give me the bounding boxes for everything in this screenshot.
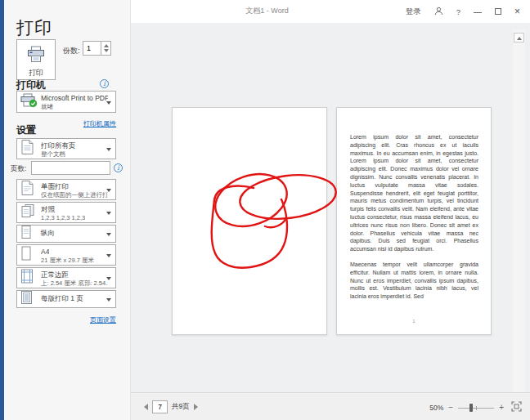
portrait-orientation-icon (20, 226, 32, 243)
orientation-dropdown[interactable]: 纵向 (16, 225, 116, 243)
zoom-in-icon[interactable]: + (499, 404, 504, 412)
chevron-down-icon (106, 189, 111, 192)
paper-size-icon (20, 246, 32, 264)
one-sided-icon (20, 181, 34, 199)
pages-label: 页数: (11, 164, 26, 174)
page-footer-mark: 1 (337, 319, 491, 324)
copies-stepper[interactable] (83, 41, 111, 56)
total-pages-label: 共9页 (172, 402, 190, 412)
next-page-icon[interactable] (194, 404, 198, 410)
stepper-up-icon[interactable] (104, 44, 109, 47)
word-print-backstage: 文档1 - Word 登录 ? × 打印 (0, 0, 530, 420)
previous-page-icon[interactable] (144, 404, 148, 410)
chevron-down-icon (106, 277, 111, 280)
settings-section-heading: 设置 (16, 123, 36, 137)
paper-size-title: A4 (41, 248, 49, 256)
close-icon[interactable]: × (514, 6, 520, 17)
pages-info-icon[interactable]: i (114, 163, 123, 172)
preview-scrollbar[interactable] (513, 29, 525, 392)
page-navigation: 共9页 (144, 400, 198, 414)
page-setup-link[interactable]: 页面设置 (90, 316, 116, 324)
copies-stepper-arrows[interactable] (101, 42, 110, 55)
arrow-up-icon (517, 37, 522, 40)
paper-size-dropdown[interactable]: A4 21 厘米 x 29.7 厘米 (16, 244, 116, 266)
zoom-slider-notch (476, 406, 477, 410)
paragraph: Maecenas tempor velit ullamcorper gravid… (350, 261, 478, 301)
print-range-subtitle: 整个文档 (41, 150, 65, 159)
titlebar-controls: 登录 ? × (406, 0, 520, 23)
printer-info-icon[interactable]: i (100, 79, 109, 88)
printer-name: Microsoft Print to PDF (41, 94, 108, 102)
page-title: 打印 (16, 16, 52, 39)
preview-page-7 (172, 107, 327, 335)
preview-statusbar: 共9页 50% − + (131, 392, 530, 420)
margins-icon (20, 269, 34, 287)
document-text: Lorem ipsum dolor sit amet, consectetur … (350, 133, 478, 301)
print-range-dropdown[interactable]: 打印所有页 整个文档 (16, 138, 116, 159)
pages-per-sheet-title: 每版打印 1 页 (41, 291, 83, 307)
zoom-to-page-icon[interactable] (511, 400, 522, 415)
preview-page-8: Lorem ipsum dolor sit amet, consectetur … (336, 107, 492, 335)
pages-per-sheet-icon (20, 291, 33, 308)
margins-subtitle: 上: 2.54 厘米 底部: 2.54... (41, 279, 108, 288)
printer-properties-link[interactable]: 打印机属性 (83, 120, 116, 127)
printer-icon (26, 46, 46, 66)
duplex-subtitle: 仅在纸面的一侧上进行打印 (41, 191, 108, 199)
printer-status: 就绪 (41, 103, 53, 111)
printer-ready-icon (20, 93, 38, 111)
maximize-icon[interactable] (495, 7, 501, 16)
copies-input[interactable] (83, 42, 101, 55)
chevron-down-icon (106, 233, 111, 236)
copies-label: 份数: (63, 46, 80, 56)
orientation-title: 纵向 (41, 226, 55, 242)
margins-dropdown[interactable]: 正常边距 上: 2.54 厘米 底部: 2.54... (16, 267, 116, 288)
printer-selector[interactable]: Microsoft Print to PDF 就绪 (16, 91, 116, 113)
help-icon[interactable]: ? (456, 7, 460, 16)
current-page-input[interactable] (152, 400, 168, 413)
pages-per-sheet-dropdown[interactable]: 每版打印 1 页 (16, 290, 116, 308)
paper-size-subtitle: 21 厘米 x 29.7 厘米 (41, 257, 94, 265)
scroll-up-button[interactable] (514, 33, 524, 42)
collation-subtitle: 1,2,3 1,2,3 1,2,3 (41, 214, 85, 221)
pages-range-input[interactable] (31, 161, 110, 175)
zoom-level-label[interactable]: 50% (429, 404, 443, 412)
print-button[interactable]: 打印 (16, 39, 56, 80)
chevron-down-icon (106, 101, 111, 105)
chevron-down-icon (106, 254, 111, 257)
zoom-out-icon[interactable]: − (448, 404, 453, 412)
collation-dropdown[interactable]: 对照 1,2,3 1,2,3 1,2,3 (16, 202, 116, 223)
zoom-slider-thumb[interactable] (469, 404, 473, 412)
chevron-down-icon (106, 298, 111, 302)
minimize-icon[interactable] (474, 7, 482, 16)
chevron-down-icon (106, 148, 111, 151)
duplex-dropdown[interactable]: 单面打印 仅在纸面的一侧上进行打印 (16, 179, 116, 200)
user-feedback-icon[interactable] (434, 7, 443, 17)
zoom-controls: 50% − + (429, 402, 522, 413)
zoom-slider[interactable] (458, 408, 494, 409)
print-all-pages-icon (20, 140, 34, 159)
paragraph: Lorem ipsum dolor sit amet, consectetur … (350, 133, 478, 253)
collated-icon (20, 204, 37, 221)
chevron-down-icon (106, 212, 111, 215)
print-button-label: 打印 (17, 68, 55, 78)
print-settings-panel: 打印 打印 份数: 打印机 i (4, 0, 131, 420)
stepper-down-icon[interactable] (104, 49, 109, 52)
signin-button[interactable]: 登录 (406, 7, 421, 17)
